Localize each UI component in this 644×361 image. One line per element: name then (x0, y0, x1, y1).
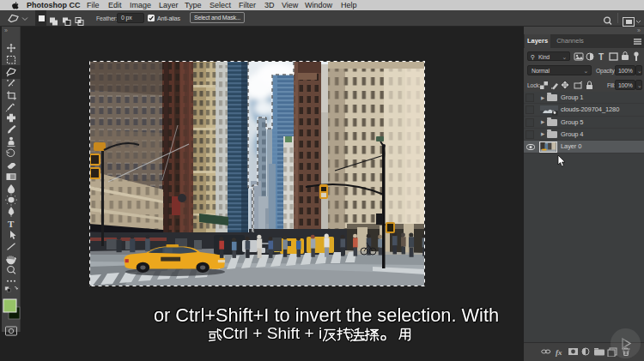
svg-text:fx: fx (556, 348, 562, 357)
svg-text:»: » (4, 27, 8, 33)
svg-text:Ctrl + Shift + i: Ctrl + Shift + i (222, 324, 322, 342)
svg-text:T: T (598, 52, 604, 62)
svg-text:T: T (8, 219, 14, 229)
